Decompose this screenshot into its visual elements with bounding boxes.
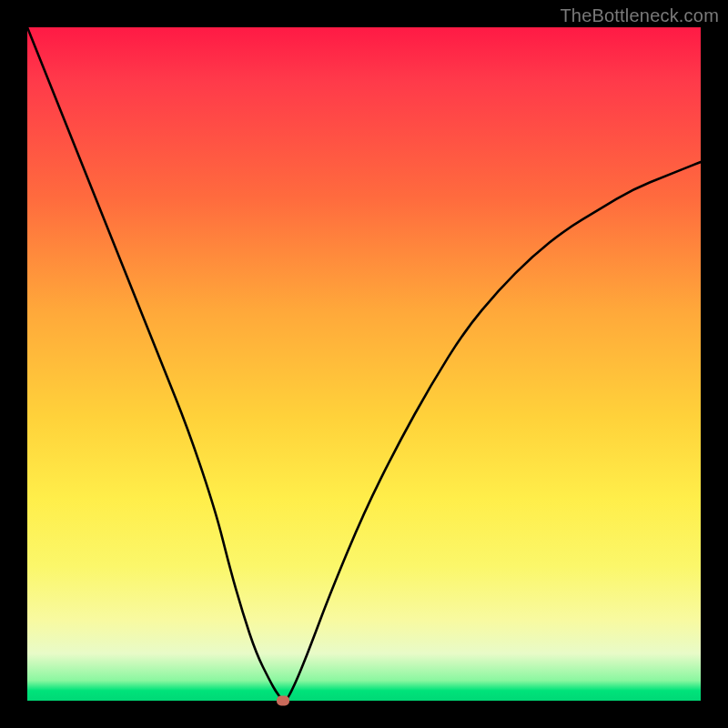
plot-area (27, 27, 701, 701)
optimum-marker (277, 696, 289, 706)
watermark-text: TheBottleneck.com (560, 5, 719, 26)
chart-frame: TheBottleneck.com (0, 0, 728, 728)
bottleneck-curve (27, 27, 701, 701)
